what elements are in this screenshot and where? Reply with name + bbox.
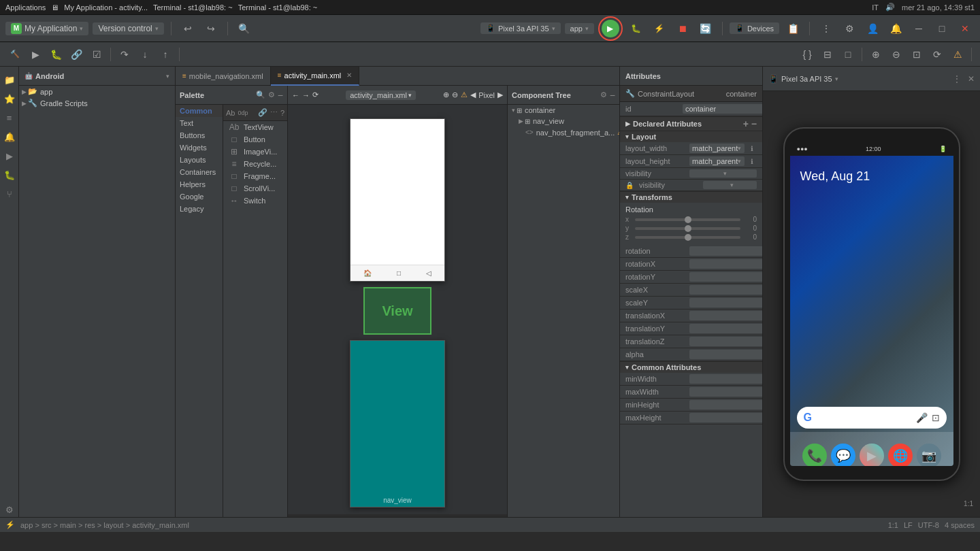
sidebar-vcs-icon[interactable]: ⑂ bbox=[2, 186, 17, 201]
translationZ-field-input[interactable] bbox=[689, 337, 762, 346]
sidebar-project-icon[interactable]: 📁 bbox=[2, 72, 17, 87]
sidebar-notifications-icon[interactable]: 🔔 bbox=[2, 129, 17, 144]
run2-icon[interactable]: ▶ bbox=[26, 45, 45, 64]
minWidth-input[interactable] bbox=[689, 374, 762, 384]
google-mic-icon[interactable]: 🎤 bbox=[916, 412, 928, 423]
rotationY-field-input[interactable] bbox=[689, 272, 762, 282]
device-selector[interactable]: 📱 Pixel 3a API 35 ▾ bbox=[480, 22, 561, 34]
alpha-field-input[interactable] bbox=[689, 350, 762, 359]
rotation-x-track[interactable] bbox=[635, 218, 740, 221]
tab-mobile-navigation[interactable]: ≡ mobile_navigation.xml bbox=[176, 67, 271, 86]
palette-category-containers[interactable]: Containers bbox=[176, 166, 223, 178]
palette-item-imageview[interactable]: ⊞ ImageVi... bbox=[223, 146, 287, 158]
settings-button[interactable]: ⚙ bbox=[840, 19, 859, 38]
refresh-icon[interactable]: ⟳ bbox=[928, 45, 947, 64]
canvas-file-selector[interactable]: activity_main.xml ▾ bbox=[346, 90, 416, 100]
stop-button[interactable]: ⏹ bbox=[673, 19, 692, 38]
android-dropdown[interactable]: ▾ bbox=[166, 73, 169, 80]
declared-add-icon[interactable]: + bbox=[743, 118, 749, 129]
minimize-button[interactable]: ─ bbox=[909, 19, 928, 38]
palette-category-widgets[interactable]: Widgets bbox=[176, 141, 223, 154]
palette-category-text[interactable]: Text bbox=[176, 117, 223, 129]
palette-help-icon[interactable]: ? bbox=[280, 109, 284, 117]
devices-button[interactable]: 📱 Devices bbox=[730, 22, 779, 34]
visibility-dropdown[interactable]: ▾ bbox=[689, 169, 757, 178]
debug-button[interactable]: 🐛 bbox=[627, 19, 646, 38]
phone-app-icon-1[interactable]: 📞 bbox=[802, 444, 827, 466]
search-everywhere-button[interactable]: 🔍 bbox=[235, 19, 254, 38]
palette-item-button[interactable]: □ Button bbox=[223, 133, 287, 146]
comp-item-nav-host[interactable]: <> nav_host_fragment_a... ⚠ bbox=[508, 127, 619, 138]
window-title[interactable]: My Application - activity... bbox=[64, 3, 148, 12]
tree-item-gradle[interactable]: ▶ 🔧 Gradle Scripts bbox=[19, 97, 175, 109]
design-view-icon[interactable]: □ bbox=[838, 45, 858, 64]
sidebar-bookmark-icon[interactable]: ⭐ bbox=[2, 91, 17, 106]
comp-settings-icon[interactable]: ⚙ bbox=[600, 90, 607, 99]
profile-button[interactable]: ⚡ bbox=[650, 19, 669, 38]
attr-id-input[interactable] bbox=[683, 104, 762, 114]
view-widget[interactable]: View bbox=[363, 287, 431, 335]
split-view-icon[interactable]: ⊟ bbox=[818, 45, 837, 64]
minHeight-input[interactable] bbox=[689, 400, 762, 410]
step-over-icon[interactable]: ↷ bbox=[115, 45, 134, 64]
declared-attributes-section[interactable]: ▶ Declared Attributes + − bbox=[620, 116, 762, 131]
debug2-icon[interactable]: 🐛 bbox=[46, 45, 65, 64]
palette-category-buttons[interactable]: Buttons bbox=[176, 129, 223, 141]
tree-item-app[interactable]: ▶ 📂 app bbox=[19, 86, 175, 97]
common-attrs-section[interactable]: ▾ Common Attributes bbox=[620, 361, 762, 373]
google-lens-icon[interactable]: ⊡ bbox=[932, 412, 940, 423]
notifications-button[interactable]: 🔔 bbox=[886, 19, 905, 38]
sidebar-settings-icon[interactable]: ⚙ bbox=[2, 502, 17, 517]
device-manager-icon[interactable]: 📋 bbox=[783, 19, 802, 38]
palette-category-legacy[interactable]: Legacy bbox=[176, 203, 223, 215]
layout-section[interactable]: ▾ Layout bbox=[620, 131, 762, 142]
version-control-selector[interactable]: Version control ▾ bbox=[93, 22, 163, 35]
step-out-icon[interactable]: ↑ bbox=[156, 45, 175, 64]
declared-remove-icon[interactable]: − bbox=[751, 118, 757, 129]
canvas-forward-icon[interactable]: → bbox=[302, 91, 310, 99]
brand-selector[interactable]: M My Application ▾ bbox=[5, 22, 88, 35]
tab-close-icon[interactable]: ✕ bbox=[346, 71, 352, 79]
visibility2-dropdown[interactable]: ▾ bbox=[703, 181, 757, 189]
code-view-icon[interactable]: { } bbox=[798, 45, 817, 64]
rotationX-field-input[interactable] bbox=[689, 259, 762, 269]
warn-icon[interactable]: ⚠ bbox=[948, 45, 967, 64]
device-panel-more[interactable]: ⋮ bbox=[953, 74, 961, 84]
build-icon[interactable]: 🔨 bbox=[5, 45, 24, 64]
scaleX-field-input[interactable] bbox=[689, 285, 762, 295]
undo-button[interactable]: ↩ bbox=[178, 19, 197, 38]
rotation-y-track[interactable] bbox=[635, 227, 740, 230]
maxWidth-input[interactable] bbox=[689, 387, 762, 397]
palette-search-icon[interactable]: 🔍 bbox=[256, 90, 265, 99]
sidebar-structure-icon[interactable]: ≡ bbox=[2, 110, 17, 125]
palette-item-switch[interactable]: ↔ Switch bbox=[223, 195, 287, 207]
close-button[interactable]: ✕ bbox=[956, 19, 975, 38]
tab-activity-main[interactable]: ≡ activity_main.xml ✕ bbox=[271, 67, 360, 86]
zoom-in-icon[interactable]: ⊕ bbox=[866, 45, 885, 64]
phone-app-icon-3[interactable]: ▶ bbox=[860, 444, 884, 466]
layout-height-dropdown[interactable]: match_parent ▾ bbox=[689, 156, 745, 166]
maximize-button[interactable]: □ bbox=[932, 19, 951, 38]
canvas-next-icon[interactable]: ▶ bbox=[497, 90, 503, 99]
rotation-field-input[interactable] bbox=[689, 246, 762, 256]
canvas-prev-icon[interactable]: ◀ bbox=[470, 90, 476, 99]
terminal-tab2[interactable]: Terminal - st1@lab98: ~ bbox=[238, 3, 318, 12]
canvas-resize-handle[interactable] bbox=[288, 514, 507, 517]
canvas-back-icon[interactable]: ← bbox=[292, 91, 299, 99]
palette-category-google[interactable]: Google bbox=[176, 190, 223, 203]
palette-category-layouts[interactable]: Layouts bbox=[176, 154, 223, 166]
transforms-section[interactable]: ▾ Transforms bbox=[620, 191, 762, 203]
canvas-warning-icon[interactable]: ⚠ bbox=[461, 90, 468, 99]
canvas-zoom-in-icon[interactable]: ⊕ bbox=[443, 90, 449, 99]
redo-button[interactable]: ↪ bbox=[201, 19, 220, 38]
palette-settings-icon[interactable]: ⚙ bbox=[268, 90, 275, 99]
terminal-tab1[interactable]: Terminal - st1@lab98: ~ bbox=[153, 3, 233, 12]
fit-icon[interactable]: ⊡ bbox=[907, 45, 926, 64]
google-search-bar[interactable]: G 🎤 ⊡ bbox=[797, 407, 947, 429]
sidebar-debug-icon[interactable]: 🐛 bbox=[2, 167, 17, 182]
phone-app-icon-5[interactable]: 📷 bbox=[917, 444, 941, 466]
comp-item-nav-view[interactable]: ▶ ⊞ nav_view bbox=[508, 116, 619, 127]
palette-category-common[interactable]: Common bbox=[176, 105, 223, 117]
canvas-zoom-out-icon[interactable]: ⊖ bbox=[452, 90, 458, 99]
palette-minus-icon[interactable]: − bbox=[278, 90, 283, 101]
